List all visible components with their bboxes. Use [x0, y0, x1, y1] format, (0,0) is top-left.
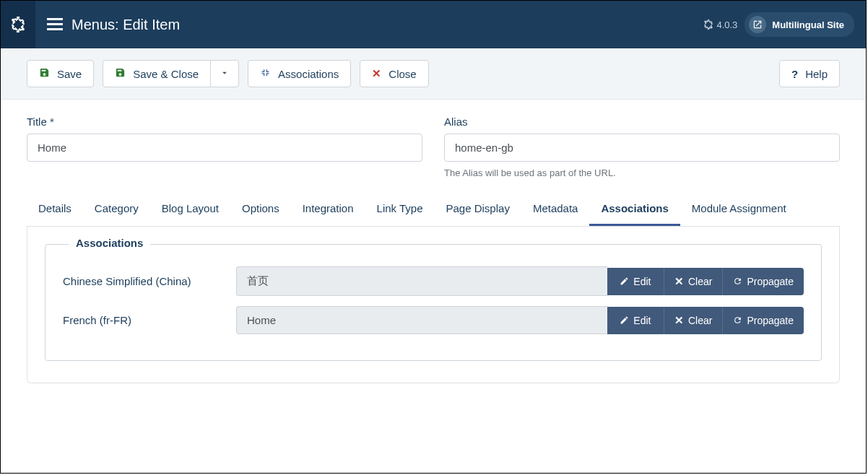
- pencil-icon: [620, 276, 629, 286]
- edit-button[interactable]: Edit: [607, 307, 664, 334]
- edit-button[interactable]: Edit: [607, 268, 664, 295]
- site-link-label: Multilingual Site: [772, 19, 844, 30]
- help-label: Help: [805, 68, 828, 80]
- association-actions: Edit✕ClearPropagate: [607, 307, 804, 334]
- refresh-icon: [733, 315, 742, 325]
- close-icon: ✕: [674, 314, 684, 327]
- svg-rect-0: [47, 18, 63, 20]
- title-label: Title *: [27, 116, 422, 128]
- svg-rect-1: [47, 23, 63, 25]
- close-icon: ✕: [372, 67, 381, 80]
- save-close-button[interactable]: Save & Close: [103, 60, 211, 87]
- association-row: Chinese Simplified (China)首页Edit✕ClearPr…: [63, 266, 804, 296]
- tab-associations[interactable]: Associations: [589, 193, 680, 226]
- fieldset-legend: Associations: [69, 237, 150, 249]
- svg-rect-2: [47, 28, 63, 30]
- association-label: French (fr-FR): [63, 314, 236, 326]
- toolbar: Save Save & Close Associations ✕ Cl: [1, 48, 866, 100]
- association-label: Chinese Simplified (China): [63, 275, 236, 287]
- version-badge[interactable]: 4.0.3: [703, 19, 737, 30]
- tab-details[interactable]: Details: [27, 193, 83, 226]
- save-dropdown-button[interactable]: [210, 60, 239, 87]
- tab-integration[interactable]: Integration: [291, 193, 365, 226]
- close-icon: ✕: [674, 275, 684, 288]
- associations-fieldset: Associations Chinese Simplified (China)首…: [45, 244, 822, 361]
- close-button[interactable]: ✕ Close: [360, 60, 428, 87]
- joomla-logo[interactable]: [1, 1, 35, 48]
- save-icon: [115, 67, 126, 80]
- save-button[interactable]: Save: [27, 60, 94, 87]
- chevron-down-icon: [220, 68, 230, 80]
- pencil-icon: [620, 315, 629, 325]
- association-actions: Edit✕ClearPropagate: [607, 268, 804, 295]
- propagate-button[interactable]: Propagate: [722, 307, 804, 334]
- tab-category[interactable]: Category: [83, 193, 150, 226]
- tab-module-assignment[interactable]: Module Assignment: [680, 193, 798, 226]
- help-icon: ?: [791, 68, 798, 80]
- tab-options[interactable]: Options: [230, 193, 291, 226]
- title-input[interactable]: [27, 134, 422, 162]
- tab-page-display[interactable]: Page Display: [435, 193, 521, 226]
- association-value: Home: [236, 306, 607, 334]
- tabs: DetailsCategoryBlog LayoutOptionsIntegra…: [27, 193, 840, 227]
- alias-helptext: The Alias will be used as part of the UR…: [444, 167, 840, 178]
- associations-label: Associations: [278, 68, 339, 80]
- external-link-icon: [749, 16, 766, 33]
- menu-toggle-icon[interactable]: [47, 18, 63, 31]
- header-bar: Menus: Edit Item 4.0.3 Multilingual Site: [1, 1, 866, 48]
- page-title: Menus: Edit Item: [71, 17, 180, 33]
- contract-icon: [260, 67, 271, 80]
- save-label: Save: [57, 68, 82, 80]
- association-value: 首页: [236, 266, 607, 296]
- alias-input[interactable]: [444, 134, 840, 162]
- association-row: French (fr-FR)HomeEdit✕ClearPropagate: [63, 306, 804, 334]
- associations-button[interactable]: Associations: [248, 60, 351, 87]
- tab-blog-layout[interactable]: Blog Layout: [150, 193, 230, 226]
- refresh-icon: [733, 276, 742, 286]
- tab-panel-associations: Associations Chinese Simplified (China)首…: [27, 227, 840, 383]
- save-icon: [39, 67, 50, 80]
- help-button[interactable]: ? Help: [779, 60, 840, 87]
- clear-button[interactable]: ✕Clear: [664, 307, 722, 334]
- site-link-button[interactable]: Multilingual Site: [745, 12, 854, 37]
- propagate-button[interactable]: Propagate: [722, 268, 804, 295]
- close-label: Close: [389, 68, 416, 80]
- tab-metadata[interactable]: Metadata: [521, 193, 590, 226]
- save-close-label: Save & Close: [133, 68, 199, 80]
- clear-button[interactable]: ✕Clear: [664, 268, 722, 295]
- tab-link-type[interactable]: Link Type: [365, 193, 435, 226]
- version-text: 4.0.3: [716, 19, 737, 30]
- alias-label: Alias: [444, 116, 840, 128]
